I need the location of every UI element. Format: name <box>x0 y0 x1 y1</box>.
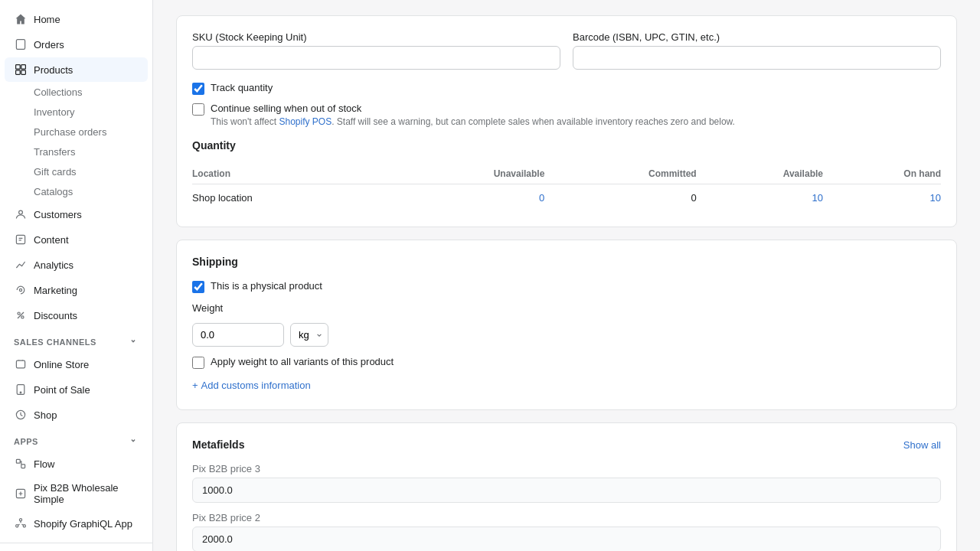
add-customs-button[interactable]: + Add customs information <box>192 377 311 394</box>
sidebar-item-online-store[interactable]: Online Store <box>5 352 148 377</box>
weight-input[interactable] <box>192 323 284 347</box>
metafield-item-0: Pix B2B price 3 <box>192 463 941 503</box>
sidebar-item-orders[interactable]: Orders <box>5 32 148 57</box>
sidebar-item-graphiql[interactable]: Shopify GraphiQL App <box>5 511 148 536</box>
apps-expand-icon[interactable] <box>128 435 139 448</box>
metafields-header: Metafields Show all <box>192 439 941 451</box>
metafield-input-0[interactable] <box>192 478 941 503</box>
pix-b2b-icon <box>14 487 28 500</box>
sidebar-item-point-of-sale-label: Point of Sale <box>34 384 90 396</box>
graphiql-icon <box>14 517 28 530</box>
sidebar: Home Orders Products Collections Invento… <box>0 0 153 551</box>
sidebar-item-marketing[interactable]: Marketing <box>5 278 148 302</box>
track-quantity-checkbox[interactable] <box>192 83 204 95</box>
svg-point-7 <box>19 289 21 291</box>
sku-field-group: SKU (Stock Keeping Unit) <box>192 31 560 70</box>
content-icon <box>14 233 28 246</box>
apply-weight-row: Apply weight to all variants of this pro… <box>192 356 941 369</box>
sidebar-item-products-label: Products <box>34 64 73 76</box>
sidebar-item-inventory-label: Inventory <box>34 106 74 118</box>
sidebar-item-analytics-label: Analytics <box>34 259 74 271</box>
sku-label: SKU (Stock Keeping Unit) <box>192 31 560 43</box>
shop-icon <box>14 408 28 422</box>
barcode-label: Barcode (ISBN, UPC, GTIN, etc.) <box>573 31 941 43</box>
flow-icon <box>14 457 28 471</box>
sidebar-item-inventory[interactable]: Inventory <box>5 103 148 122</box>
track-quantity-row: Track quantity <box>192 82 941 95</box>
qty-on-hand-link[interactable]: 10 <box>930 192 941 204</box>
sidebar-item-home[interactable]: Home <box>5 7 148 31</box>
shopify-pos-link[interactable]: Shopify POS <box>279 116 332 127</box>
sidebar-item-gift-cards-label: Gift cards <box>34 166 77 178</box>
qty-unavailable: 0 <box>383 184 544 212</box>
sidebar-item-catalogs-label: Catalogs <box>34 186 73 197</box>
physical-product-label[interactable]: This is a physical product <box>211 280 322 292</box>
sales-channels-expand-icon[interactable] <box>128 336 139 348</box>
table-row: Shop location 0 0 10 10 <box>192 184 941 212</box>
sidebar-item-products[interactable]: Products <box>5 57 148 82</box>
sidebar-item-marketing-label: Marketing <box>34 285 77 296</box>
svg-rect-11 <box>16 360 24 368</box>
apply-weight-label[interactable]: Apply weight to all variants of this pro… <box>211 356 394 367</box>
sidebar-item-point-of-sale[interactable]: Point of Sale <box>5 377 148 402</box>
sidebar-item-purchase-orders[interactable]: Purchase orders <box>5 122 148 142</box>
qty-col-on-hand: On hand <box>823 164 941 184</box>
continue-selling-checkbox[interactable] <box>192 103 204 116</box>
sidebar-item-flow[interactable]: Flow <box>5 452 148 476</box>
svg-point-8 <box>18 312 20 315</box>
weight-section: Weight kg lb oz g <box>192 302 941 347</box>
add-customs-label: Add customs information <box>201 380 311 391</box>
apply-weight-checkbox[interactable] <box>192 357 204 369</box>
track-quantity-label[interactable]: Track quantity <box>211 82 273 93</box>
sales-channels-section: Sales channels <box>0 328 152 351</box>
svg-rect-2 <box>21 65 26 70</box>
svg-line-10 <box>18 312 24 318</box>
sidebar-item-content-label: Content <box>34 234 69 246</box>
sidebar-item-collections[interactable]: Collections <box>5 83 148 102</box>
sidebar-item-customers[interactable]: Customers <box>5 202 148 227</box>
svg-point-18 <box>19 519 21 521</box>
sidebar-nav: Home Orders Products Collections Invento… <box>0 0 152 543</box>
sidebar-item-discounts-label: Discounts <box>34 310 77 321</box>
sidebar-item-analytics[interactable]: Analytics <box>5 253 148 277</box>
qty-col-committed: Committed <box>544 164 696 184</box>
sidebar-item-purchase-orders-label: Purchase orders <box>34 126 106 138</box>
sidebar-item-shop[interactable]: Shop <box>5 403 148 427</box>
shipping-card: Shipping This is a physical product Weig… <box>176 240 957 410</box>
qty-col-unavailable: Unavailable <box>383 164 544 184</box>
continue-selling-label[interactable]: Continue selling when out of stock <box>211 103 735 114</box>
sidebar-item-content[interactable]: Content <box>5 227 148 252</box>
svg-point-9 <box>21 316 24 318</box>
sidebar-item-gift-cards[interactable]: Gift cards <box>5 162 148 181</box>
metafields-card: Metafields Show all Pix B2B price 3 Pix … <box>176 422 957 551</box>
plus-icon: + <box>192 380 198 391</box>
show-all-link[interactable]: Show all <box>903 439 941 451</box>
weight-unit-select[interactable]: kg lb oz g <box>290 323 328 347</box>
svg-point-13 <box>20 392 21 393</box>
sidebar-item-pix-b2b-label: Pix B2B Wholesale Simple <box>34 482 139 505</box>
metafield-input-1[interactable] <box>192 527 941 551</box>
continue-selling-desc-after: . Staff will see a warning, but can comp… <box>332 116 735 127</box>
sku-input[interactable] <box>192 46 560 70</box>
svg-point-20 <box>23 525 25 527</box>
sidebar-item-transfers[interactable]: Transfers <box>5 142 148 161</box>
main-content: SKU (Stock Keeping Unit) Barcode (ISBN, … <box>153 0 980 551</box>
discounts-icon <box>14 308 28 322</box>
shipping-title: Shipping <box>192 256 941 268</box>
qty-col-available: Available <box>697 164 823 184</box>
physical-product-checkbox[interactable] <box>192 281 204 293</box>
analytics-icon <box>14 258 28 272</box>
barcode-input[interactable] <box>573 46 941 70</box>
qty-available-link[interactable]: 10 <box>812 192 823 204</box>
qty-unavailable-link[interactable]: 0 <box>539 192 544 204</box>
weight-row: kg lb oz g <box>192 323 941 347</box>
svg-rect-3 <box>16 70 21 75</box>
svg-rect-1 <box>16 65 21 70</box>
sidebar-footer: Settings Non-transferable Cart Transform… <box>0 543 152 551</box>
sidebar-item-catalogs[interactable]: Catalogs <box>5 182 148 201</box>
sidebar-item-pix-b2b[interactable]: Pix B2B Wholesale Simple <box>5 477 148 510</box>
apps-section: Apps <box>0 428 152 451</box>
sidebar-item-discounts[interactable]: Discounts <box>5 303 148 328</box>
orders-icon <box>14 37 28 51</box>
qty-available: 10 <box>697 184 823 212</box>
